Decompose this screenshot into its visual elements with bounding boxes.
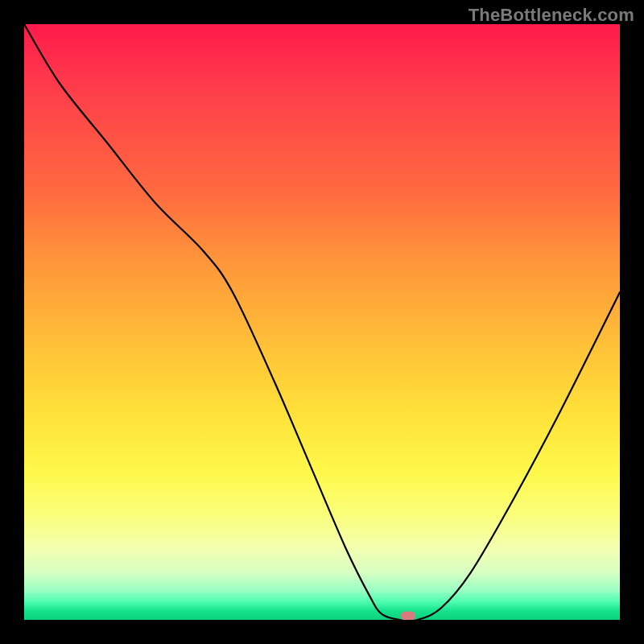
watermark-text: TheBottleneck.com [469, 5, 634, 26]
plot-area [24, 24, 620, 620]
chart-frame: TheBottleneck.com [0, 0, 644, 644]
bottleneck-curve [24, 24, 620, 620]
optimum-marker [401, 611, 415, 620]
